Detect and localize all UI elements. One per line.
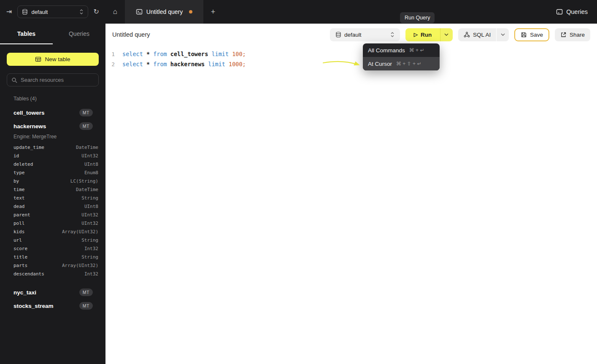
column-name: parent — [14, 212, 30, 218]
column-row: deletedUInt8 — [0, 160, 105, 168]
tab-untitled-query[interactable]: Untitled query — [125, 0, 203, 24]
sql-ai-caret[interactable] — [496, 28, 509, 41]
queries-icon — [556, 8, 563, 15]
table-row-nyc-taxi[interactable]: nyc_taxi MT — [0, 286, 105, 299]
column-row: typeEnum8 — [0, 168, 105, 177]
plus-icon: + — [211, 8, 216, 16]
save-button[interactable]: Save — [514, 28, 549, 41]
table-row-stocks-stream[interactable]: stocks_stream MT — [0, 299, 105, 313]
sql-ai-icon — [464, 32, 470, 38]
queries-button[interactable]: Queries — [556, 8, 588, 15]
new-table-label: New table — [45, 56, 70, 62]
run-query-tooltip: Run Query — [400, 12, 435, 23]
column-type: Array(UInt32) — [62, 229, 98, 235]
column-name: dead — [14, 204, 25, 209]
menu-item-at-cursor[interactable]: At Cursor ⌘ + ⇧ + ↵ — [363, 57, 440, 70]
share-button-label: Share — [570, 32, 585, 38]
column-type: UInt32 — [81, 221, 98, 226]
sidebar-tab-queries[interactable]: Queries — [53, 24, 105, 44]
tab-strip: ⌂ Untitled query + — [105, 0, 223, 24]
search-box — [7, 73, 99, 86]
table-row-cell-towers[interactable]: cell_towers MT — [0, 106, 105, 119]
column-row: pollUInt32 — [0, 219, 105, 227]
column-type: Array(UInt32) — [62, 263, 98, 268]
column-type: LC(String) — [70, 178, 98, 184]
line-number: 1 — [105, 51, 115, 57]
console-icon — [136, 8, 143, 15]
column-name: score — [14, 246, 27, 251]
engine-badge: MT — [79, 122, 93, 130]
top-bar: ⇥ default ↻ ⌂ Untitled query + — [0, 0, 597, 24]
new-tab-button[interactable]: + — [203, 0, 223, 24]
column-row: idUInt32 — [0, 151, 105, 160]
menu-item-shortcut: ⌘ + ↵ — [409, 47, 424, 53]
column-type: UInt32 — [81, 212, 98, 218]
refresh-icon[interactable]: ↻ — [94, 8, 99, 15]
table-name: nyc_taxi — [14, 289, 36, 296]
table-name: hackernews — [14, 123, 46, 129]
sidebar-collapse-icon[interactable]: ⇥ — [6, 8, 12, 15]
query-toolbar: default ▷ Run — [330, 28, 590, 41]
column-name: text — [14, 195, 25, 201]
column-type: UInt8 — [84, 162, 98, 167]
database-selector[interactable]: default — [330, 28, 400, 41]
column-name: update_time — [14, 145, 44, 150]
column-row: partsArray(UInt32) — [0, 261, 105, 270]
column-type: String — [81, 237, 98, 243]
run-options-caret[interactable] — [440, 28, 453, 41]
chevron-down-icon — [444, 33, 448, 36]
column-type: Int32 — [84, 246, 98, 251]
code-editor[interactable]: 1select * from cell_towers limit 100;2se… — [105, 46, 597, 69]
database-icon — [22, 9, 28, 15]
database-icon — [335, 32, 341, 38]
topbar-right: Queries — [556, 0, 597, 24]
menu-item-all-commands[interactable]: All Commands ⌘ + ↵ — [363, 43, 440, 57]
database-selector-value: default — [344, 32, 362, 38]
engine-badge: MT — [79, 289, 93, 296]
share-button[interactable]: Share — [555, 28, 590, 41]
engine-badge: MT — [79, 109, 93, 116]
new-table-button[interactable]: New table — [7, 53, 99, 66]
menu-item-label: At Cursor — [368, 61, 392, 67]
column-row: scoreInt32 — [0, 244, 105, 253]
topbar-database-value: default — [31, 9, 48, 15]
sql-ai-button[interactable]: SQL AI — [458, 28, 496, 41]
search-input[interactable] — [21, 77, 95, 83]
code-line[interactable]: 2select * from hackernews limit 1000; — [105, 59, 597, 69]
column-name: id — [14, 153, 19, 159]
main-area: Untitled query default ▷ Run — [105, 24, 597, 364]
main-header: Untitled query default ▷ Run — [105, 24, 597, 46]
column-row: parentUInt32 — [0, 210, 105, 219]
column-type: String — [81, 195, 98, 201]
table-grid-icon — [35, 56, 41, 62]
column-row: byLC(String) — [0, 177, 105, 185]
column-name: by — [14, 178, 19, 184]
table-name: cell_towers — [14, 110, 45, 116]
run-button[interactable]: ▷ Run — [405, 28, 440, 41]
column-name: parts — [14, 263, 27, 268]
code-line[interactable]: 1select * from cell_towers limit 100; — [105, 49, 597, 59]
column-name: type — [14, 170, 25, 175]
save-icon — [521, 32, 527, 38]
column-name: poll — [14, 221, 25, 226]
column-row: titleString — [0, 253, 105, 261]
table-row-hackernews[interactable]: hackernews MT — [0, 119, 105, 133]
sidebar-tab-tables[interactable]: Tables — [0, 24, 53, 44]
menu-item-shortcut: ⌘ + ⇧ + ↵ — [396, 61, 421, 67]
tables-section-title: Tables (4) — [14, 96, 93, 102]
column-row: kidsArray(UInt32) — [0, 227, 105, 236]
line-number: 2 — [105, 61, 115, 67]
chevron-updown-icon — [390, 32, 394, 38]
run-split-button: ▷ Run — [405, 28, 453, 41]
engine-label: Engine: MergeTree — [0, 133, 105, 142]
engine-badge: MT — [79, 302, 93, 310]
tab-label: Untitled query — [146, 8, 183, 15]
column-type: UInt8 — [84, 204, 98, 209]
run-button-label: Run — [421, 32, 432, 38]
column-type: DateTime — [76, 187, 98, 192]
topbar-left: ⇥ default ↻ — [0, 0, 105, 24]
topbar-database-selector[interactable]: default — [17, 5, 88, 18]
save-button-label: Save — [530, 32, 543, 38]
home-tab[interactable]: ⌂ — [105, 0, 125, 24]
column-name: kids — [14, 229, 25, 235]
